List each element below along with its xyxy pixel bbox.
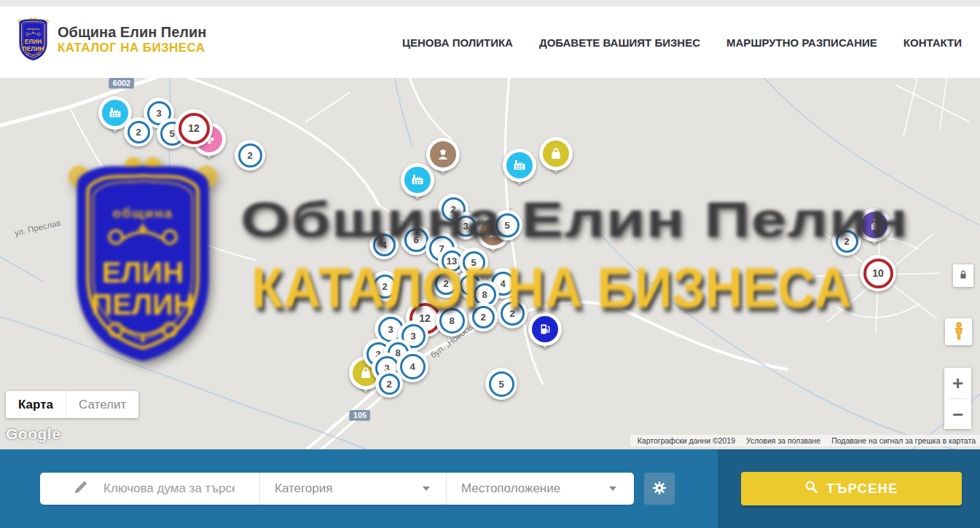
cluster-marker[interactable]: 5 bbox=[485, 368, 517, 400]
brand-title: Община Елин Пелин bbox=[58, 24, 206, 41]
cluster-count: 2 bbox=[379, 374, 400, 395]
lock-control[interactable] bbox=[953, 264, 973, 287]
search-button-label: ТЪРСЕНЕ bbox=[826, 481, 898, 497]
zoom-out-button[interactable]: − bbox=[944, 399, 971, 429]
search-bar: Категория Местоположение ТЪРСЕНЕ bbox=[0, 449, 980, 528]
cluster-count: 5 bbox=[463, 251, 485, 274]
cluster-marker[interactable]: 2 bbox=[832, 226, 861, 256]
map-type-control: Карта Сателит bbox=[6, 391, 138, 418]
zoom-control: + − bbox=[944, 368, 971, 429]
svg-text:ЕЛИН: ЕЛИН bbox=[25, 38, 42, 45]
keyword-search-input[interactable] bbox=[102, 481, 236, 497]
location-select[interactable]: Местоположение bbox=[446, 473, 632, 505]
page: община ЕЛИН ПЕЛИН Община Елин Пелин КАТА… bbox=[0, 0, 980, 528]
search-button[interactable]: ТЪРСЕНЕ bbox=[741, 472, 962, 505]
cluster-count: 2 bbox=[238, 143, 262, 168]
cluster-markers-layer: 325122235647135227482128233383425102 bbox=[0, 78, 980, 449]
cluster-marker[interactable]: 2 bbox=[469, 302, 498, 331]
cluster-count: 2 bbox=[128, 121, 150, 143]
cluster-count: 2 bbox=[836, 230, 858, 253]
cluster-count: 12 bbox=[179, 113, 210, 144]
zoom-in-button[interactable]: + bbox=[944, 368, 971, 398]
cluster-count: 3 bbox=[455, 216, 477, 237]
nav-item-route-schedule[interactable]: МАРШРУТНО РАЗПИСАНИЕ bbox=[726, 36, 877, 49]
map-type-satellite-button[interactable]: Сателит bbox=[66, 391, 138, 418]
chevron-down-icon bbox=[609, 486, 616, 491]
brand-text: Община Елин Пелин КАТАЛОГ НА БИЗНЕСА bbox=[58, 24, 206, 55]
brand[interactable]: община ЕЛИН ПЕЛИН Община Елин Пелин КАТА… bbox=[16, 17, 206, 63]
cluster-count: 2 bbox=[435, 272, 458, 295]
nav-item-contacts[interactable]: КОНТАКТИ bbox=[903, 36, 962, 49]
cluster-count: 5 bbox=[495, 213, 520, 237]
cluster-count: 6 bbox=[404, 228, 428, 252]
cluster-count: 5 bbox=[489, 371, 514, 397]
map-attribution: Картографски данни ©2019 Условия за полз… bbox=[630, 435, 980, 446]
cluster-marker[interactable]: 2 bbox=[369, 271, 400, 302]
svg-text:ПЕЛИН: ПЕЛИН bbox=[23, 45, 44, 52]
search-icon bbox=[804, 480, 818, 497]
attribution-terms-link[interactable]: Условия за ползване bbox=[746, 436, 820, 445]
cluster-marker[interactable]: 2 bbox=[124, 117, 153, 146]
chevron-down-icon bbox=[423, 486, 430, 491]
pencil-icon bbox=[73, 479, 89, 498]
pegman-icon bbox=[950, 321, 968, 343]
cluster-marker[interactable]: 2 bbox=[497, 298, 528, 328]
municipality-emblem-logo: община ЕЛИН ПЕЛИН bbox=[16, 17, 50, 63]
cluster-marker[interactable]: 12 bbox=[175, 109, 213, 147]
location-select-value: Местоположение bbox=[461, 481, 609, 496]
cluster-marker[interactable]: 10 bbox=[860, 255, 896, 291]
top-strip bbox=[0, 0, 980, 7]
keyword-field-wrap bbox=[40, 473, 259, 505]
cluster-marker[interactable]: 3 bbox=[452, 212, 479, 240]
gear-icon bbox=[651, 480, 667, 498]
map-type-map-button[interactable]: Карта bbox=[6, 391, 66, 418]
street-view-pegman-button[interactable] bbox=[945, 318, 972, 345]
advanced-settings-button[interactable] bbox=[644, 473, 675, 505]
cluster-count: 10 bbox=[863, 259, 893, 288]
cluster-marker[interactable]: 2 bbox=[235, 140, 265, 170]
cluster-marker[interactable]: 5 bbox=[492, 210, 522, 240]
nav-item-pricing[interactable]: ЦЕНОВА ПОЛИТИКА bbox=[402, 36, 513, 49]
cluster-count: 2 bbox=[472, 306, 495, 328]
main-nav: ЦЕНОВА ПОЛИТИКА ДОБАВЕТЕ ВАШИЯТ БИЗНЕС М… bbox=[402, 7, 962, 78]
cluster-count: 2 bbox=[501, 302, 525, 326]
brand-subtitle: КАТАЛОГ НА БИЗНЕСА bbox=[58, 41, 206, 55]
category-select-value: Категория bbox=[275, 481, 423, 496]
nav-item-add-business[interactable]: ДОБАВЕТЕ ВАШИЯТ БИЗНЕС bbox=[539, 36, 700, 49]
lock-icon bbox=[957, 268, 970, 284]
cluster-marker[interactable]: 8 bbox=[436, 304, 468, 336]
search-inputs-group: Категория Местоположение bbox=[40, 473, 634, 505]
svg-text:община: община bbox=[27, 27, 40, 31]
header: община ЕЛИН ПЕЛИН Община Елин Пелин КАТА… bbox=[0, 7, 980, 78]
category-select[interactable]: Категория bbox=[259, 473, 446, 505]
cluster-count: 4 bbox=[373, 234, 396, 256]
cluster-marker[interactable]: 2 bbox=[375, 370, 403, 398]
google-logo: Google bbox=[6, 425, 60, 443]
cluster-count: 8 bbox=[439, 308, 465, 334]
cluster-count: 4 bbox=[400, 354, 426, 379]
map-canvas[interactable]: 6002105ул. Преславбул. „Новоселция“ 3251… bbox=[0, 78, 980, 449]
attribution-report-error-link[interactable]: Подаване на сигнал за грешка в картата bbox=[831, 436, 976, 445]
attribution-copyright: Картографски данни ©2019 bbox=[638, 436, 735, 445]
cluster-count: 2 bbox=[373, 275, 397, 299]
cluster-marker[interactable]: 4 bbox=[369, 230, 399, 259]
